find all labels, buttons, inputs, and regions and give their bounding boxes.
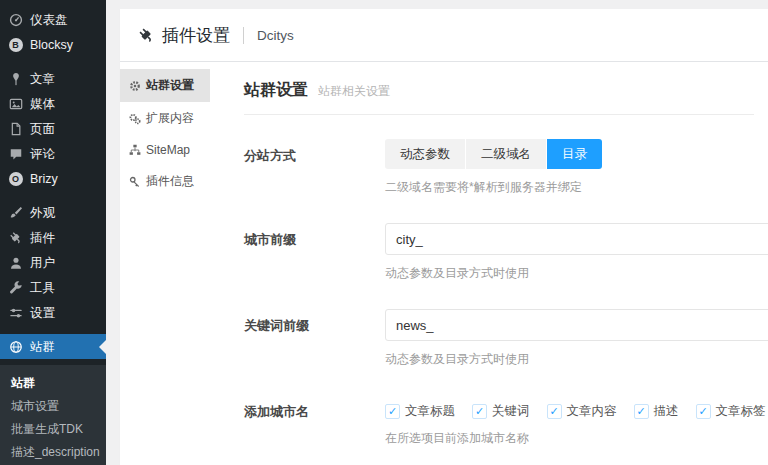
field-label: 添加城市名 bbox=[244, 395, 385, 447]
submenu-item-sitegroup[interactable]: 站群 bbox=[0, 372, 106, 395]
sidebar-item-label: 仪表盘 bbox=[30, 13, 68, 27]
sidebar-item-label: 文章 bbox=[30, 72, 55, 86]
sidebar-item-plugins[interactable]: 插件 bbox=[0, 225, 106, 250]
tab-label: 插件信息 bbox=[146, 173, 194, 190]
panel-subtitle: 站群相关设置 bbox=[318, 83, 390, 100]
submenu-item-city-settings[interactable]: 城市设置 bbox=[0, 395, 106, 418]
checkbox-post-title[interactable]: ✓文章标题 bbox=[385, 403, 455, 420]
key-icon bbox=[129, 176, 141, 188]
comment-icon bbox=[8, 146, 23, 161]
media-icon bbox=[8, 96, 23, 111]
form-row-add-city-name: 添加城市名 ✓文章标题 ✓关键词 ✓文章内容 ✓描述 ✓文章标签 ✓菜单 ✓页面… bbox=[244, 395, 768, 447]
plugin-name: Dcitys bbox=[257, 28, 294, 43]
brush-icon bbox=[8, 205, 23, 220]
field-label: 关键词前缀 bbox=[244, 309, 385, 368]
sidebar-item-appearance[interactable]: 外观 bbox=[0, 200, 106, 225]
title-divider bbox=[243, 27, 244, 44]
field-help: 动态参数及目录方式时使用 bbox=[385, 265, 768, 282]
sidebar-item-tools[interactable]: 工具 bbox=[0, 275, 106, 300]
sidebar-item-label: 设置 bbox=[30, 306, 55, 320]
site-network-icon bbox=[8, 339, 23, 354]
settings-sliders-icon bbox=[8, 305, 23, 320]
dashboard-icon bbox=[8, 12, 23, 27]
checkbox-icon: ✓ bbox=[472, 404, 487, 419]
blocksy-icon: B bbox=[8, 37, 23, 52]
field-help: 动态参数及目录方式时使用 bbox=[385, 351, 768, 368]
site-mode-option-directory[interactable]: 目录 bbox=[547, 139, 602, 169]
tab-label: SiteMap bbox=[146, 143, 190, 157]
panel-header: 站群设置 站群相关设置 bbox=[244, 62, 754, 115]
cogs-icon bbox=[129, 113, 141, 125]
site-mode-segmented-control: 动态参数 二级域名 目录 bbox=[385, 139, 602, 169]
sidebar-item-brizy[interactable]: O Brizy bbox=[0, 166, 106, 191]
sitegroup-submenu: 站群 城市设置 批量生成TDK 描述_description 关键词_keywo… bbox=[0, 365, 106, 465]
sidebar-item-label: 插件 bbox=[30, 231, 55, 245]
brizy-icon: O bbox=[8, 171, 23, 186]
page-title: 插件设置 bbox=[162, 24, 230, 47]
sidebar-item-dashboard[interactable]: 仪表盘 bbox=[0, 7, 106, 32]
tab-plugin-info[interactable]: 插件信息 bbox=[120, 165, 210, 198]
user-icon bbox=[8, 255, 23, 270]
sidebar-item-sitegroup[interactable]: 站群 bbox=[0, 334, 106, 359]
city-prefix-input[interactable] bbox=[385, 223, 768, 255]
submenu-item-description[interactable]: 描述_description bbox=[0, 441, 106, 464]
tab-extended-content[interactable]: 扩展内容 bbox=[120, 102, 210, 135]
form-row-city-prefix: 城市前缀 动态参数及目录方式时使用 bbox=[244, 223, 768, 282]
page-icon bbox=[8, 121, 23, 136]
admin-content: 插件设置 Dcitys 站群设置 bbox=[106, 0, 768, 465]
field-label: 城市前缀 bbox=[244, 223, 385, 282]
pushpin-icon bbox=[8, 71, 23, 86]
sidebar-item-media[interactable]: 媒体 bbox=[0, 91, 106, 116]
card-header: 插件设置 Dcitys bbox=[120, 9, 768, 62]
tab-sitegroup-settings[interactable]: 站群设置 bbox=[120, 69, 210, 102]
tab-label: 扩展内容 bbox=[146, 110, 194, 127]
sidebar-item-label: 用户 bbox=[30, 256, 55, 270]
wp-admin-page: 仪表盘 B Blocksy 文章 媒体 页面 bbox=[0, 0, 768, 465]
sidebar-item-blocksy[interactable]: B Blocksy bbox=[0, 32, 106, 57]
plug-icon bbox=[8, 230, 23, 245]
sidebar-item-posts[interactable]: 文章 bbox=[0, 66, 106, 91]
wrench-icon bbox=[8, 280, 23, 295]
settings-panel: 站群设置 站群相关设置 分站方式 动态参数 二级域名 目录 bbox=[210, 62, 768, 465]
checkbox-icon: ✓ bbox=[696, 404, 711, 419]
checkbox-description[interactable]: ✓描述 bbox=[634, 403, 679, 420]
field-help: 在所选项目前添加城市名称 bbox=[385, 430, 768, 447]
sitemap-icon bbox=[129, 144, 141, 156]
plug-icon bbox=[134, 23, 158, 47]
sidebar-item-label: 页面 bbox=[30, 122, 55, 136]
plugin-settings-card: 插件设置 Dcitys 站群设置 bbox=[120, 9, 768, 465]
checkbox-post-content[interactable]: ✓文章内容 bbox=[547, 403, 617, 420]
sidebar-item-label: 媒体 bbox=[30, 97, 55, 111]
panel-title: 站群设置 bbox=[244, 80, 308, 101]
sidebar-item-label: Blocksy bbox=[30, 38, 73, 52]
gear-icon bbox=[129, 80, 141, 92]
add-city-checkbox-group: ✓文章标题 ✓关键词 ✓文章内容 ✓描述 ✓文章标签 ✓菜单 ✓页面标题 bbox=[385, 395, 768, 420]
checkbox-icon: ✓ bbox=[547, 404, 562, 419]
card-body: 站群设置 扩展内容 SiteMap bbox=[120, 62, 768, 465]
form-row-site-mode: 分站方式 动态参数 二级域名 目录 二级域名需要将*解析到服务器并绑定 bbox=[244, 139, 768, 196]
form-row-keyword-prefix: 关键词前缀 动态参数及目录方式时使用 bbox=[244, 309, 768, 368]
sidebar-item-label: 评论 bbox=[30, 147, 55, 161]
site-mode-option-subdomain[interactable]: 二级域名 bbox=[466, 139, 546, 169]
keyword-prefix-input[interactable] bbox=[385, 309, 768, 341]
sidebar-item-label: 站群 bbox=[30, 340, 55, 354]
sidebar-item-label: 外观 bbox=[30, 206, 55, 220]
settings-form: 分站方式 动态参数 二级域名 目录 二级域名需要将*解析到服务器并绑定 bbox=[244, 139, 768, 465]
tab-sitemap[interactable]: SiteMap bbox=[120, 135, 210, 165]
admin-sidebar: 仪表盘 B Blocksy 文章 媒体 页面 bbox=[0, 0, 106, 465]
sidebar-item-label: Brizy bbox=[30, 172, 58, 186]
checkbox-icon: ✓ bbox=[385, 404, 400, 419]
tab-label: 站群设置 bbox=[146, 77, 194, 94]
sidebar-item-settings[interactable]: 设置 bbox=[0, 300, 106, 325]
checkbox-keywords[interactable]: ✓关键词 bbox=[472, 403, 530, 420]
sidebar-item-users[interactable]: 用户 bbox=[0, 250, 106, 275]
checkbox-icon: ✓ bbox=[634, 404, 649, 419]
settings-nav: 站群设置 扩展内容 SiteMap bbox=[120, 62, 210, 465]
submenu-item-batch-tdk[interactable]: 批量生成TDK bbox=[0, 418, 106, 441]
site-mode-option-dynamic-params[interactable]: 动态参数 bbox=[385, 139, 465, 169]
checkbox-post-tags[interactable]: ✓文章标签 bbox=[696, 403, 766, 420]
field-help: 二级域名需要将*解析到服务器并绑定 bbox=[385, 179, 768, 196]
field-label: 分站方式 bbox=[244, 139, 385, 196]
sidebar-item-pages[interactable]: 页面 bbox=[0, 116, 106, 141]
sidebar-item-comments[interactable]: 评论 bbox=[0, 141, 106, 166]
